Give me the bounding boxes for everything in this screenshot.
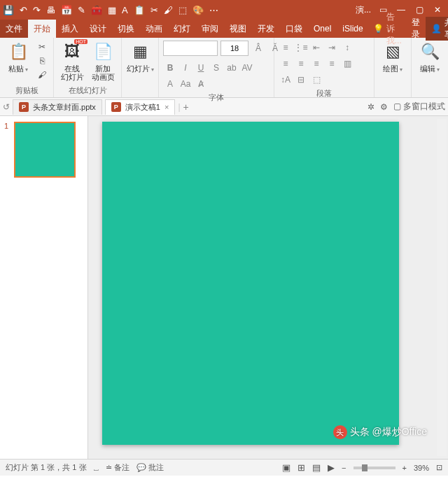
- ribbon-tabs: 文件 开始 插入 设计 切换 动画 幻灯 审阅 视图 开发 口袋 Onel iS…: [0, 20, 448, 38]
- new-animation-page-button[interactable]: 📄 新加 动画页: [89, 41, 117, 81]
- format-painter-icon[interactable]: 🖌: [35, 69, 49, 81]
- shape-icon[interactable]: ⬚: [178, 5, 187, 15]
- change-case-icon[interactable]: Aa: [178, 77, 192, 91]
- group-label: 在线幻灯片: [58, 84, 117, 96]
- doc-tab-1[interactable]: P 头条文章封面.pptx: [13, 99, 102, 115]
- share-button[interactable]: 👤共享: [426, 17, 448, 41]
- tab-islide[interactable]: iSlide: [337, 20, 368, 38]
- align-left-icon[interactable]: ≡: [279, 57, 293, 71]
- line-spacing-icon[interactable]: ↕: [340, 41, 354, 55]
- align-center-icon[interactable]: ≡: [294, 57, 308, 71]
- tab-pocket[interactable]: 口袋: [280, 20, 308, 38]
- brush-icon[interactable]: 🖌: [164, 5, 173, 15]
- clear-format-icon[interactable]: A̷: [194, 77, 208, 91]
- increase-font-icon[interactable]: Â: [251, 41, 265, 55]
- maximize-icon[interactable]: ▢: [412, 3, 427, 17]
- zoom-level[interactable]: 39%: [414, 464, 429, 472]
- indent-decrease-icon[interactable]: ⇤: [309, 41, 323, 55]
- zoom-slider[interactable]: [354, 467, 396, 469]
- tab-file[interactable]: 文件: [0, 20, 28, 38]
- close-tab-icon[interactable]: ×: [164, 103, 169, 111]
- tab-animations[interactable]: 动画: [140, 20, 168, 38]
- clipboard-icon[interactable]: 📋: [134, 5, 145, 15]
- group-label: 剪贴板: [4, 84, 49, 96]
- tab-transitions[interactable]: 切换: [112, 20, 140, 38]
- tab-view[interactable]: 视图: [224, 20, 252, 38]
- strikethrough-icon[interactable]: S: [209, 61, 223, 75]
- zoom-in-icon[interactable]: +: [402, 464, 407, 472]
- font-size-input[interactable]: [220, 41, 248, 56]
- group-font: Â Ă B I U S ab AV A Aa A̷ 字体: [159, 38, 274, 97]
- doc-tab-2[interactable]: P 演示文稿1 ×: [105, 99, 176, 115]
- tab-design[interactable]: 设计: [84, 20, 112, 38]
- toolbox-icon[interactable]: 🧰: [91, 5, 102, 15]
- history-icon[interactable]: ↺: [3, 102, 10, 112]
- format-painter-icon[interactable]: ✂: [150, 5, 158, 15]
- numbering-icon[interactable]: ⋮≡: [294, 41, 308, 55]
- sorter-view-icon[interactable]: ⊞: [298, 462, 305, 473]
- vertical-scrollbar[interactable]: [437, 119, 447, 456]
- underline-icon[interactable]: U: [194, 61, 208, 75]
- more-icon[interactable]: ⋯: [209, 5, 218, 15]
- columns-icon[interactable]: ▥: [340, 57, 354, 71]
- slide-counter[interactable]: 幻灯片 第 1 张，共 1 张: [6, 462, 87, 473]
- settings-gear-icon[interactable]: ✲: [368, 102, 374, 112]
- group-online-slides: 🖼 HOT 在线 幻灯片 📄 新加 动画页 在线幻灯片: [54, 38, 122, 97]
- spellcheck-icon[interactable]: ⎵: [94, 464, 99, 472]
- font-a-icon[interactable]: A: [122, 5, 128, 15]
- grid-icon[interactable]: ▦: [108, 5, 116, 15]
- pen-icon[interactable]: ✎: [78, 5, 85, 15]
- multi-window-button[interactable]: ▢ 多窗口模式: [393, 101, 445, 113]
- login-button[interactable]: 登录: [406, 17, 426, 41]
- drawing-button[interactable]: ▧ 绘图: [379, 41, 407, 73]
- align-right-icon[interactable]: ≡: [309, 57, 323, 71]
- slide-content[interactable]: [102, 122, 399, 445]
- search-icon: 🔍: [419, 41, 441, 63]
- tab-insert[interactable]: 插入: [56, 20, 84, 38]
- slide-canvas[interactable]: 头 头条 @爆炒Office: [88, 116, 448, 459]
- fit-window-icon[interactable]: ⊡: [436, 463, 442, 472]
- undo-icon[interactable]: ↶: [20, 5, 27, 15]
- zoom-out-icon[interactable]: −: [342, 464, 346, 472]
- settings-cog-icon[interactable]: ⚙: [380, 102, 388, 112]
- tab-home[interactable]: 开始: [28, 20, 56, 38]
- calendar-icon[interactable]: 📅: [61, 5, 72, 15]
- bullets-icon[interactable]: ≡: [279, 41, 293, 55]
- editing-button[interactable]: 🔍 编辑: [416, 41, 444, 73]
- new-tab-icon[interactable]: +: [183, 101, 189, 113]
- color-icon[interactable]: 🎨: [192, 5, 204, 15]
- slide-thumbnail-1[interactable]: 1: [4, 122, 83, 178]
- text-direction-icon[interactable]: ↕A: [279, 73, 293, 87]
- tab-slideshow[interactable]: 幻灯: [168, 20, 196, 38]
- paste-button[interactable]: 📋 粘贴: [4, 41, 32, 73]
- redo-icon[interactable]: ↷: [33, 5, 41, 15]
- indent-increase-icon[interactable]: ⇥: [325, 41, 339, 55]
- reading-view-icon[interactable]: ▤: [312, 462, 321, 473]
- close-icon[interactable]: ✕: [430, 3, 445, 17]
- print-icon[interactable]: 🖶: [46, 5, 55, 15]
- font-color-icon[interactable]: A: [163, 77, 177, 91]
- notes-button[interactable]: ≐ 备注: [106, 462, 130, 473]
- slides-button[interactable]: ▦ 幻灯片: [126, 41, 154, 73]
- cut-icon[interactable]: ✂: [35, 41, 49, 53]
- comments-button[interactable]: 💬 批注: [136, 462, 164, 473]
- italic-icon[interactable]: I: [178, 61, 192, 75]
- quick-access-toolbar: 💾 ↶ ↷ 🖶 📅 ✎ 🧰 ▦ A 📋 ✂ 🖌 ⬚ 🎨 ⋯: [3, 5, 351, 15]
- smartart-icon[interactable]: ⬚: [309, 73, 323, 87]
- copy-icon[interactable]: ⎘: [35, 55, 49, 67]
- status-bar: 幻灯片 第 1 张，共 1 张 ⎵ ≐ 备注 💬 批注 ▣ ⊞ ▤ ▶ − + …: [0, 459, 448, 476]
- group-paragraph: ≡ ⋮≡ ⇤ ⇥ ↕ ≡ ≡ ≡ ≡ ▥ ↕A ⊟ ⬚ 段落: [274, 38, 374, 97]
- text-shadow-icon[interactable]: ab: [225, 61, 239, 75]
- tab-onekey[interactable]: Onel: [308, 20, 337, 38]
- slideshow-view-icon[interactable]: ▶: [328, 462, 335, 473]
- align-text-icon[interactable]: ⊟: [294, 73, 308, 87]
- save-icon[interactable]: 💾: [3, 5, 14, 15]
- character-spacing-icon[interactable]: AV: [240, 61, 254, 75]
- normal-view-icon[interactable]: ▣: [282, 462, 290, 473]
- font-name-input[interactable]: [163, 41, 218, 56]
- online-slides-button[interactable]: 🖼 HOT 在线 幻灯片: [58, 41, 86, 81]
- tab-review[interactable]: 审阅: [196, 20, 224, 38]
- justify-icon[interactable]: ≡: [325, 57, 339, 71]
- bold-icon[interactable]: B: [163, 61, 177, 75]
- tab-developer[interactable]: 开发: [252, 20, 280, 38]
